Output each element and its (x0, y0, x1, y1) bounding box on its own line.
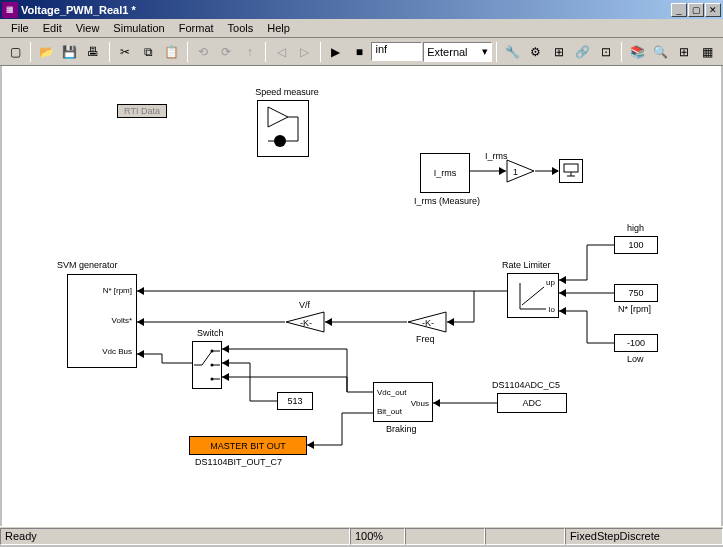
tune-icon[interactable]: ⊞ (548, 41, 570, 63)
target-icon[interactable]: ⊡ (595, 41, 617, 63)
connect-icon[interactable]: 🔗 (572, 41, 594, 63)
nav-back-icon[interactable]: ◁ (270, 41, 292, 63)
menu-view[interactable]: View (69, 20, 107, 36)
close-button[interactable]: ✕ (705, 3, 721, 17)
model-icon[interactable]: ▦ (697, 41, 719, 63)
debug-icon[interactable]: ⊞ (673, 41, 695, 63)
build-icon[interactable]: 🔧 (501, 41, 523, 63)
mode-select-value: External (427, 46, 467, 58)
app-icon: ▦ (2, 2, 18, 18)
model-canvas[interactable]: RTI Data Speed measure I_rms I_rms (Meas… (2, 66, 721, 526)
find-icon[interactable]: 🔍 (650, 41, 672, 63)
menu-bar: File Edit View Simulation Format Tools H… (0, 19, 723, 38)
cut-icon[interactable]: ✂ (114, 41, 136, 63)
stoptime-input[interactable]: inf (371, 42, 422, 61)
chevron-down-icon: ▾ (482, 45, 488, 58)
menu-simulation[interactable]: Simulation (106, 20, 171, 36)
redo-icon[interactable]: ⟳ (215, 41, 237, 63)
toolbar: ▢ 📂 💾 🖶 ✂ ⧉ 📋 ⟲ ⟳ ↑ ◁ ▷ ▶ ■ inf External… (0, 38, 723, 66)
print-icon[interactable]: 🖶 (82, 41, 104, 63)
nav-fwd-icon[interactable]: ▷ (293, 41, 315, 63)
paste-icon[interactable]: 📋 (160, 41, 182, 63)
status-bar: Ready 100% FixedStepDiscrete (0, 526, 723, 545)
maximize-button[interactable]: ▢ (688, 3, 704, 17)
wires (2, 66, 721, 526)
stop-icon[interactable]: ■ (348, 41, 370, 63)
undo-icon[interactable]: ⟲ (192, 41, 214, 63)
title-bar: ▦ Voltage_PWM_Real1 * _ ▢ ✕ (0, 0, 723, 19)
menu-edit[interactable]: Edit (36, 20, 69, 36)
menu-help[interactable]: Help (260, 20, 297, 36)
minimize-button[interactable]: _ (671, 3, 687, 17)
window-title: Voltage_PWM_Real1 * (21, 4, 671, 16)
library-icon[interactable]: 📚 (626, 41, 648, 63)
status-empty2 (485, 528, 565, 545)
menu-tools[interactable]: Tools (221, 20, 261, 36)
menu-file[interactable]: File (4, 20, 36, 36)
new-icon[interactable]: ▢ (4, 41, 26, 63)
copy-icon[interactable]: ⧉ (137, 41, 159, 63)
status-ready: Ready (0, 528, 350, 545)
status-empty1 (405, 528, 485, 545)
mode-select[interactable]: External▾ (423, 42, 492, 62)
menu-format[interactable]: Format (172, 20, 221, 36)
status-zoom: 100% (350, 528, 405, 545)
save-icon[interactable]: 💾 (59, 41, 81, 63)
up-icon[interactable]: ↑ (239, 41, 261, 63)
run-icon[interactable]: ▶ (325, 41, 347, 63)
open-icon[interactable]: 📂 (35, 41, 57, 63)
status-solver: FixedStepDiscrete (565, 528, 723, 545)
build2-icon[interactable]: ⚙ (525, 41, 547, 63)
